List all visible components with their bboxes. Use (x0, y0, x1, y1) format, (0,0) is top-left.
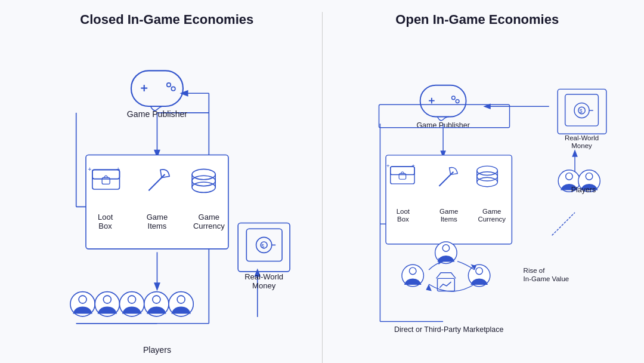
right-players-label: Players (571, 186, 596, 194)
left-diagram-svg: Game Publisher + + Loot Box (18, 38, 316, 363)
left-gamecurrency-label: Game (199, 213, 219, 222)
main-container: Closed In-Game Economies (0, 0, 644, 363)
svg-text:In-Game Value: In-Game Value (523, 275, 569, 282)
left-realworld-label: Real-World (244, 272, 283, 281)
right-title: Open In-Game Economies (395, 12, 559, 27)
svg-text:Items: Items (148, 222, 167, 230)
svg-text:Box: Box (397, 216, 408, 223)
right-marketplace-label: Direct or Third-Party Marketplace (394, 325, 503, 334)
left-diagram-section: Closed In-Game Economies (18, 12, 316, 363)
svg-text:Money: Money (571, 142, 592, 149)
svg-text:Box: Box (98, 222, 112, 230)
right-realworld-label: Real-World (564, 134, 598, 141)
svg-text:$: $ (579, 108, 582, 114)
svg-text:$: $ (261, 243, 264, 249)
right-diagram-section: Open In-Game Economies (329, 12, 627, 363)
left-title: Closed In-Game Economies (80, 12, 253, 27)
right-diagram-svg: Game Publisher + + Loot Box G (329, 38, 627, 363)
svg-point-69 (456, 100, 459, 103)
left-players-label: Players (143, 345, 171, 355)
right-publisher-label: Game Publisher (416, 121, 469, 130)
left-publisher-label: Game Publisher (127, 109, 187, 119)
svg-text:+: + (411, 162, 415, 169)
right-gamecurrency-label: Game (482, 208, 501, 215)
svg-rect-37 (246, 229, 282, 261)
svg-rect-71 (386, 155, 512, 244)
svg-point-68 (451, 96, 455, 100)
svg-text:Currency: Currency (478, 216, 506, 223)
svg-marker-64 (572, 149, 578, 156)
svg-marker-5 (154, 282, 160, 291)
svg-line-62 (552, 213, 574, 235)
right-risevalue-label: Rise of (523, 267, 545, 274)
left-lootbox-label: Loot (98, 213, 113, 222)
svg-text:+: + (88, 165, 91, 173)
svg-point-18 (171, 87, 175, 91)
svg-text:+: + (386, 162, 390, 169)
svg-text:Money: Money (252, 281, 276, 290)
svg-text:Currency: Currency (193, 222, 225, 230)
right-gameitems-label: Game (439, 208, 458, 215)
section-divider (322, 12, 323, 363)
left-gameitems-label: Game (147, 213, 168, 222)
svg-point-17 (167, 83, 171, 87)
right-lootbox-label: Loot (396, 208, 410, 215)
svg-text:Items: Items (440, 216, 457, 223)
svg-text:+: + (116, 165, 120, 173)
